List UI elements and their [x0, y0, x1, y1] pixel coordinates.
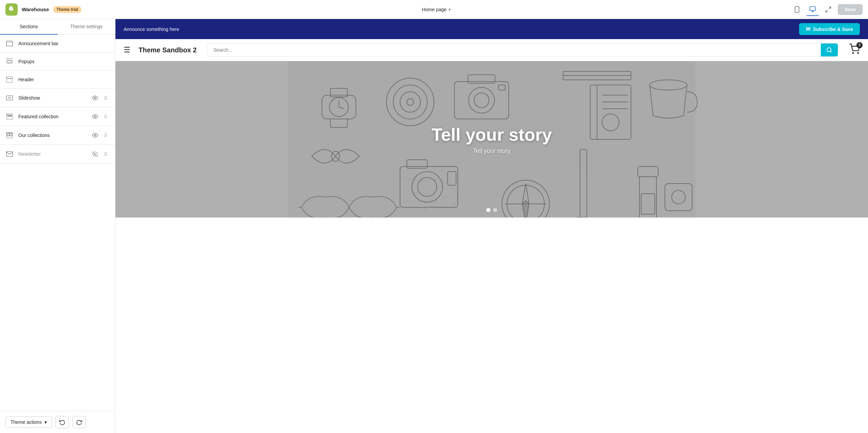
- slideshow-icon: [5, 94, 14, 102]
- store-name: Warehouse: [22, 6, 49, 12]
- svg-point-38: [105, 135, 105, 136]
- svg-point-26: [105, 115, 105, 116]
- svg-rect-2: [810, 6, 816, 11]
- hero-content: Tell your story Tell your story: [432, 124, 552, 155]
- newsletter-visibility-button[interactable]: [91, 150, 100, 158]
- svg-rect-23: [9, 115, 11, 116]
- sidebar: Sections Theme settings Announcement bar: [0, 19, 115, 433]
- cart-area-preview[interactable]: 0: [849, 44, 860, 57]
- svg-point-41: [106, 136, 107, 137]
- redo-button[interactable]: [72, 416, 86, 428]
- sidebar-item-announcement-bar[interactable]: Announcement bar: [0, 35, 115, 53]
- svg-rect-9: [7, 59, 13, 63]
- popups-label: Popups: [18, 59, 110, 64]
- slideshow-label: Slideshow: [18, 95, 86, 101]
- announcement-bar-preview: Announce something here ✉ Subscribe & Sa…: [115, 19, 868, 39]
- hero-dot-1[interactable]: [486, 208, 490, 212]
- svg-point-35: [94, 135, 96, 136]
- svg-rect-24: [11, 115, 12, 116]
- svg-point-49: [106, 155, 107, 156]
- svg-rect-42: [6, 152, 13, 157]
- theme-actions-chevron-icon: ▾: [44, 419, 47, 425]
- hamburger-icon[interactable]: ☰: [124, 46, 130, 54]
- svg-rect-33: [7, 133, 9, 136]
- mobile-view-button[interactable]: [791, 3, 803, 16]
- svg-point-17: [105, 98, 105, 98]
- our-collections-visibility-button[interactable]: [91, 131, 100, 140]
- svg-point-53: [857, 52, 858, 53]
- svg-point-25: [94, 116, 96, 118]
- store-header-preview: ☰ Theme Sandbox 2: [115, 39, 868, 61]
- svg-point-27: [106, 115, 107, 116]
- slideshow-drag-button[interactable]: [102, 94, 110, 102]
- tab-theme-settings[interactable]: Theme settings: [58, 19, 115, 35]
- hero-title: Tell your story: [432, 124, 552, 145]
- svg-point-46: [105, 154, 105, 154]
- undo-button[interactable]: [55, 416, 69, 428]
- desktop-view-button[interactable]: [807, 3, 819, 16]
- hero-subtitle: Tell your story: [432, 148, 552, 155]
- svg-rect-11: [6, 77, 13, 83]
- save-button[interactable]: Save: [838, 4, 863, 15]
- svg-line-5: [829, 7, 831, 9]
- our-collections-drag-button[interactable]: [102, 131, 110, 139]
- page-selector[interactable]: Home page ▾: [419, 5, 454, 14]
- shopify-logo: [5, 3, 18, 16]
- featured-collection-label: Featured collection: [18, 114, 86, 119]
- sidebar-item-newsletter[interactable]: Newsletter: [0, 145, 115, 163]
- hero-dots: [486, 208, 497, 212]
- hero-dot-2[interactable]: [493, 208, 497, 212]
- announcement-bar-label: Announcement bar: [18, 41, 110, 46]
- svg-point-29: [106, 116, 107, 117]
- sidebar-tabs: Sections Theme settings: [0, 19, 115, 35]
- page-selector-label: Home page: [422, 7, 447, 12]
- top-bar-center: Home page ▾: [419, 5, 454, 14]
- sidebar-item-popups[interactable]: Popups: [0, 53, 115, 71]
- svg-point-36: [105, 134, 105, 134]
- top-bar-right: Save: [791, 3, 863, 16]
- hero-slideshow-preview[interactable]: Tell your story Tell your story: [115, 61, 868, 218]
- subscribe-save-button[interactable]: ✉ Subscribe & Save: [799, 23, 860, 35]
- chevron-down-icon: ▾: [449, 7, 451, 12]
- svg-point-15: [105, 96, 105, 97]
- our-collections-label: Our collections: [18, 133, 86, 138]
- fullscreen-view-button[interactable]: [822, 3, 834, 16]
- sidebar-item-slideshow[interactable]: Slideshow: [0, 89, 115, 107]
- newsletter-drag-button[interactable]: [102, 150, 110, 158]
- popups-icon: [5, 57, 14, 66]
- sidebar-bottom: Theme actions ▾: [0, 411, 115, 433]
- header-icon: [5, 75, 14, 84]
- svg-line-51: [830, 51, 831, 52]
- sidebar-item-header[interactable]: Header: [0, 71, 115, 89]
- svg-point-39: [106, 135, 107, 136]
- svg-point-16: [106, 96, 107, 97]
- svg-point-52: [853, 52, 854, 53]
- email-icon: ✉: [806, 26, 810, 32]
- slideshow-visibility-button[interactable]: [91, 93, 100, 102]
- theme-actions-button[interactable]: Theme actions ▾: [5, 416, 52, 428]
- svg-point-18: [106, 98, 107, 98]
- search-submit-button[interactable]: [821, 44, 838, 56]
- sidebar-item-our-collections[interactable]: Our collections: [0, 126, 115, 145]
- newsletter-actions: [91, 150, 110, 158]
- featured-collection-drag-button[interactable]: [102, 112, 110, 121]
- theme-trial-badge: Theme trial: [53, 6, 82, 13]
- featured-collection-visibility-button[interactable]: [91, 112, 100, 121]
- svg-rect-0: [795, 6, 799, 12]
- subscribe-label: Subscribe & Save: [813, 27, 853, 32]
- sidebar-items: Announcement bar Popups: [0, 35, 115, 411]
- svg-point-50: [827, 48, 831, 52]
- svg-point-37: [106, 134, 107, 134]
- svg-rect-7: [6, 41, 13, 46]
- svg-point-45: [106, 152, 107, 153]
- svg-point-14: [94, 97, 96, 99]
- svg-rect-34: [10, 133, 12, 136]
- top-bar: Warehouse Theme trial Home page ▾: [0, 0, 868, 19]
- sidebar-item-featured-collection[interactable]: Featured collection: [0, 107, 115, 126]
- newsletter-icon: [5, 150, 14, 158]
- slideshow-actions: [91, 93, 110, 102]
- search-input-preview[interactable]: [208, 44, 821, 56]
- svg-point-30: [105, 118, 105, 118]
- tab-sections[interactable]: Sections: [0, 19, 58, 35]
- search-bar-preview: [207, 43, 838, 57]
